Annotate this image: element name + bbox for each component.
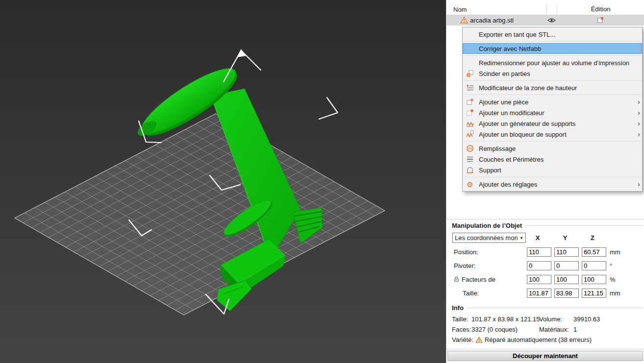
position-z-input[interactable] xyxy=(582,247,606,257)
position-row: Position: mm xyxy=(446,245,644,259)
submenu-arrow-icon: › xyxy=(634,98,640,105)
object-manipulation-panel: Manipulation de l’Objet Les coordonnées … xyxy=(446,219,644,300)
menu-item-support[interactable]: Support xyxy=(463,165,642,175)
support-blocker-icon xyxy=(466,130,474,138)
column-header-edition: Édition xyxy=(557,4,644,15)
position-label: Position: xyxy=(446,248,524,256)
no-icon xyxy=(466,59,474,67)
info-variety-row: Variété: Réparé automatiquement (38 erre… xyxy=(446,335,644,345)
axis-header-x: X xyxy=(524,234,551,242)
position-unit: mm xyxy=(606,248,644,256)
scale-row: Facteurs de % xyxy=(446,272,644,286)
menu-item-add-settings[interactable]: ⚙ Ajouter des réglages › xyxy=(463,179,642,190)
scale-y-input[interactable] xyxy=(554,275,579,284)
position-x-input[interactable] xyxy=(527,247,551,257)
height-modifier-icon xyxy=(466,84,474,92)
size-z-input[interactable] xyxy=(582,289,606,298)
scale-unit: % xyxy=(606,276,644,283)
info-panel: Info Taille: 101.87 x 83.98 x 121.15 Vol… xyxy=(446,304,644,345)
size-x-input[interactable] xyxy=(527,289,551,298)
menu-item-export-stl[interactable]: Exporter en tant que STL... xyxy=(463,29,642,40)
scale-label: Facteurs de xyxy=(446,276,524,283)
slice-button-area: Découper maintenant xyxy=(446,349,644,363)
info-size-label: Taille: xyxy=(452,314,471,324)
info-faces-label: Faces: xyxy=(452,324,471,335)
coordinate-system-select[interactable]: Les coordonnées mondi ▾ xyxy=(452,233,526,243)
info-materials-label: Matériaux: xyxy=(539,324,573,335)
menu-separator xyxy=(464,95,641,95)
info-volume-label: Volume: xyxy=(539,314,573,324)
viewport-canvas xyxy=(0,0,446,363)
add-modifier-icon xyxy=(466,109,474,117)
submenu-arrow-icon: › xyxy=(634,120,640,127)
eye-icon[interactable] xyxy=(546,18,557,23)
axis-header-z: Z xyxy=(579,234,606,242)
edit-object-icon[interactable] xyxy=(557,17,644,24)
info-volume-value: 39910.63 xyxy=(573,314,644,324)
3d-viewport[interactable] xyxy=(0,0,446,363)
split-icon xyxy=(466,70,474,77)
warning-icon xyxy=(475,337,483,343)
axis-header-y: Y xyxy=(551,234,579,242)
column-header-visibility xyxy=(546,4,557,15)
size-label: Taille: xyxy=(446,290,524,297)
info-size-value: 101.87 x 83.98 x 121.15 xyxy=(471,314,539,324)
lock-scale-icon[interactable] xyxy=(454,276,459,283)
rotate-row: Pivoter: ° xyxy=(446,259,644,272)
layers-icon xyxy=(466,155,474,163)
scale-x-input[interactable] xyxy=(527,275,551,284)
info-faces-value: 3327 (0 coques) xyxy=(471,324,539,335)
menu-separator xyxy=(464,41,641,42)
warning-icon xyxy=(460,17,468,24)
size-unit: mm xyxy=(606,290,644,297)
rotate-z-input[interactable] xyxy=(582,261,606,270)
support-enforcer-icon xyxy=(466,120,474,127)
infill-icon xyxy=(466,145,474,152)
info-variety-value: Réparé automatiquement (38 erreurs) xyxy=(485,336,592,343)
slice-now-button[interactable]: Découper maintenant xyxy=(447,351,643,361)
position-y-input[interactable] xyxy=(554,247,579,257)
rotate-y-input[interactable] xyxy=(554,261,579,270)
menu-item-split-to-parts[interactable]: Scinder en parties xyxy=(463,68,642,79)
rotate-unit: ° xyxy=(606,262,644,269)
menu-item-add-support-blocker[interactable]: Ajouter un bloqueur de support › xyxy=(463,129,642,140)
support-icon xyxy=(466,166,474,174)
info-materials-value: 1 xyxy=(573,324,644,335)
menu-separator xyxy=(464,177,641,177)
menu-item-layers-perimeters[interactable]: Couches et Périmètres xyxy=(463,154,642,165)
menu-item-add-modifier[interactable]: Ajouter un modificateur › xyxy=(463,107,642,118)
menu-separator xyxy=(464,80,641,81)
right-panel: Nom Édition arcadia arbg.stl xyxy=(446,0,644,363)
menu-item-fix-netfabb[interactable]: Corriger avec Netfabb xyxy=(463,43,642,54)
rotate-label: Pivoter: xyxy=(446,262,524,269)
menu-item-scale-to-fit[interactable]: Redimensionner pour ajuster au volume d’… xyxy=(463,57,642,68)
no-icon xyxy=(466,45,474,52)
info-variety-label: Variété: xyxy=(452,336,473,343)
no-icon xyxy=(466,30,474,38)
object-filename: arcadia arbg.stl xyxy=(470,17,546,24)
add-part-icon xyxy=(466,98,474,106)
app-window: Nom Édition arcadia arbg.stl xyxy=(0,0,644,363)
menu-item-height-range-modifier[interactable]: Modificateur de la zone de hauteur xyxy=(463,82,642,93)
menu-item-add-support-enforcer[interactable]: Ajouter un générateur de supports › xyxy=(463,118,642,129)
size-y-input[interactable] xyxy=(554,289,579,298)
object-row[interactable]: arcadia arbg.stl xyxy=(446,15,644,25)
rotate-x-input[interactable] xyxy=(527,261,551,270)
object-list-header: Nom Édition xyxy=(446,4,644,15)
menu-separator xyxy=(464,55,641,56)
column-header-nom: Nom xyxy=(446,6,546,13)
submenu-arrow-icon: › xyxy=(634,109,640,116)
menu-item-infill[interactable]: Remplissage xyxy=(463,143,642,154)
gear-icon: ⚙ xyxy=(466,180,474,188)
object-context-menu: Exporter en tant que STL... Corriger ave… xyxy=(462,27,643,192)
scale-z-input[interactable] xyxy=(582,275,606,284)
size-row: Taille: mm xyxy=(446,286,644,300)
submenu-arrow-icon: › xyxy=(634,131,640,138)
manipulation-title: Manipulation de l’Objet xyxy=(446,222,644,229)
menu-separator xyxy=(464,141,641,142)
submenu-arrow-icon: › xyxy=(634,181,640,188)
info-title: Info xyxy=(446,304,644,312)
menu-item-add-part[interactable]: Ajouter une pièce › xyxy=(463,97,642,107)
